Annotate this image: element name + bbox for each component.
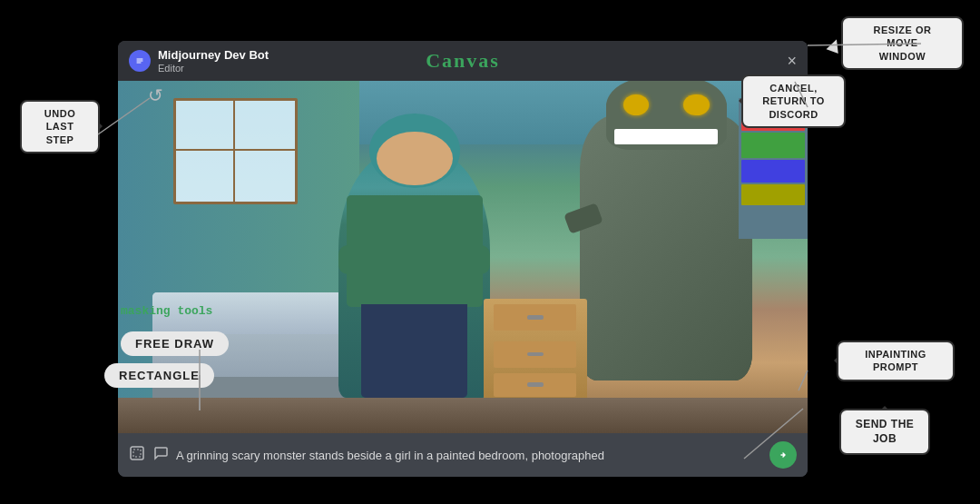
scene-image: [118, 81, 808, 433]
title-bar: Midjourney Dev Bot Editor Canvas ×: [118, 41, 808, 81]
bot-avatar: [129, 50, 151, 72]
callout-undo: UNDO LAST STEP: [20, 100, 100, 153]
editor-window: Midjourney Dev Bot Editor Canvas ×: [118, 41, 808, 477]
dresser: [484, 299, 587, 405]
rectangle-button[interactable]: RECTANGLE: [104, 363, 214, 388]
svg-rect-2: [133, 450, 141, 457]
canvas-area[interactable]: [118, 81, 808, 433]
content-area: [118, 81, 808, 477]
input-bar: [118, 433, 808, 477]
bot-info: Midjourney Dev Bot Editor: [158, 48, 269, 74]
callout-cancel: CANCEL, RETURN TO DISCORD: [741, 74, 846, 128]
svg-rect-1: [131, 447, 143, 460]
floor: [118, 398, 808, 433]
window: [173, 98, 298, 204]
masking-tools-label: masking tools: [121, 304, 212, 318]
monster-figure: [580, 115, 752, 380]
bot-subtitle: Editor: [158, 63, 269, 74]
close-button[interactable]: ×: [787, 53, 797, 69]
canvas-title: Canvas: [426, 49, 500, 73]
crop-icon: [129, 445, 145, 465]
callout-inpainting: INPAINTING PROMPT: [837, 341, 955, 381]
girl-figure: [338, 151, 490, 398]
undo-button[interactable]: ↺: [148, 84, 163, 106]
chat-icon: [152, 445, 169, 465]
callout-resize: RESIZE OR MOVE WINDOW: [841, 16, 964, 70]
prompt-input[interactable]: [176, 449, 762, 462]
callout-send: SEND THE JOB: [839, 409, 930, 455]
bot-name: Midjourney Dev Bot: [158, 48, 269, 63]
free-draw-button[interactable]: FREE DRAW: [121, 331, 229, 356]
send-button[interactable]: [769, 441, 797, 469]
